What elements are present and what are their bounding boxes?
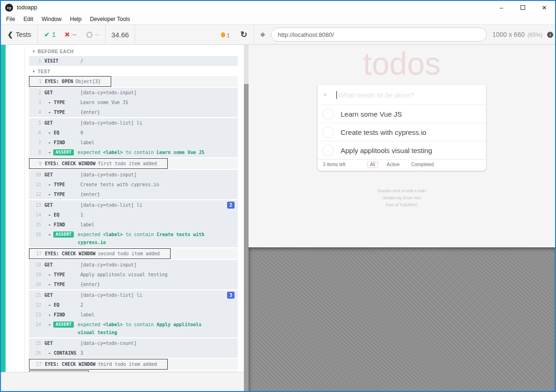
assert-contain: to contain — [123, 322, 157, 327]
title-bar: cy todoapp – ✕ — [1, 1, 555, 14]
command-row[interactable]: 6- EQ0 — [29, 128, 238, 138]
command-row[interactable]: 9EYES: CHECK WINDOWfirst todo item added — [29, 158, 238, 169]
dash: - — [48, 147, 51, 157]
toolbar-divider — [135, 25, 135, 44]
todo-checkbox-icon[interactable] — [322, 126, 334, 138]
assert-label: -ASSERT — [44, 147, 74, 157]
command-content: 3- TYPELearn some Vue JS — [29, 98, 238, 107]
command-number: 23 — [29, 310, 41, 320]
command-number: 20 — [29, 280, 41, 289]
filter-all[interactable]: All — [367, 161, 378, 168]
command-row[interactable]: 15- FINDlabel — [29, 220, 238, 230]
command-row[interactable]: 23- FINDlabel — [29, 310, 238, 320]
command-row[interactable]: 21GET[data-cy=todo-list] li3 — [29, 290, 238, 300]
failed-stat: ✖ -- — [64, 31, 77, 38]
command-row[interactable]: 17EYES: CHECK WINDOWsecond todo item add… — [29, 248, 238, 259]
window-title: todoapp — [17, 4, 37, 11]
command-name: - TYPE — [44, 107, 80, 117]
toggle-all-chevron-icon[interactable]: ˅ — [323, 91, 334, 98]
command-row[interactable]: 1VISIT/ — [29, 56, 238, 66]
minimize-button[interactable]: – — [491, 1, 512, 14]
command-row[interactable]: 19- TYPEApply applitools visual testing — [29, 270, 238, 280]
filter-active[interactable]: Active — [384, 161, 402, 168]
todo-item-label[interactable]: Learn some Vue JS — [341, 110, 402, 118]
info-line: Written by Evan You — [249, 195, 555, 202]
reporter-footer — [1, 372, 249, 391]
command-content: 8-ASSERTexpected <label> to contain Lear… — [29, 147, 238, 157]
command-row[interactable]: 26- CONTAINS3 — [29, 348, 238, 358]
todo-item-label[interactable]: Apply applitools visual testing — [341, 147, 432, 154]
command-number: 15 — [29, 220, 41, 230]
command-row[interactable]: 1EYES: OPENObject{3} — [29, 76, 238, 87]
todo-checkbox-icon[interactable] — [322, 145, 334, 156]
command-row[interactable]: 25GET[data-cy=todo-count] — [29, 338, 238, 348]
command-row[interactable]: 27EYES: CHECK WINDOWthird todo item adde… — [29, 359, 238, 370]
command-group: 17EYES: CHECK WINDOWsecond todo item add… — [29, 248, 238, 259]
command-row[interactable]: 5GET[data-cy=todo-list] li — [29, 118, 238, 128]
menu-item-edit[interactable]: Edit — [19, 16, 37, 22]
menu-item-developer-tools[interactable]: Developer Tools — [86, 16, 134, 22]
todo-item-label[interactable]: Create tests with cypress.io — [341, 128, 426, 136]
url-text: http://localhost:8080/ — [278, 31, 334, 38]
close-button[interactable]: ✕ — [534, 1, 555, 14]
collapse-triangle-icon: ▾ — [33, 49, 35, 54]
command-message: 0 — [80, 128, 83, 138]
command-message: 2 — [80, 300, 83, 310]
element-count-badge: 2 — [227, 202, 235, 209]
check-icon: ✔ — [44, 31, 50, 38]
command-row[interactable]: 20- TYPE{enter} — [29, 280, 238, 289]
command-row[interactable]: 12- TYPE{enter} — [29, 189, 238, 199]
todo-checkbox-icon[interactable] — [322, 108, 334, 120]
section-header[interactable]: ▾BEFORE EACH — [29, 47, 238, 56]
command-row[interactable]: 3- TYPELearn some Vue JS — [29, 98, 238, 107]
command-row[interactable]: 7- FINDlabel — [29, 138, 238, 147]
viewport-scale-indicator[interactable]: ↕ — [217, 31, 234, 39]
command-name: - FIND — [44, 220, 80, 230]
command-message: [data-cy=todo-list] li — [80, 290, 142, 300]
cypress-logo-icon: cy — [5, 4, 13, 12]
command-message: [data-cy=todo-input] — [80, 88, 136, 98]
command-row[interactable]: 11- TYPECreate tests with cypress.io — [29, 180, 238, 189]
selector-playground-button[interactable]: ⌖ — [254, 29, 271, 40]
reporter-scrollbar[interactable] — [244, 45, 249, 391]
command-row[interactable]: 24-ASSERTexpected <label> to contain App… — [29, 320, 238, 337]
command-group: 1EYES: OPENObject{3} — [29, 76, 238, 87]
command-row[interactable]: 4- TYPE{enter} — [29, 107, 238, 117]
command-row[interactable]: 2GET[data-cy=todo-input] — [29, 88, 238, 98]
filter-completed[interactable]: Completed — [408, 161, 436, 168]
command-number: 12 — [29, 189, 41, 199]
maximize-button[interactable] — [512, 1, 534, 14]
command-row[interactable]: 10GET[data-cy=todo-input] — [29, 170, 238, 180]
section-header[interactable]: ▾TEST — [29, 67, 238, 76]
section-label: TEST — [38, 69, 50, 74]
command-number: 3 — [29, 98, 41, 107]
command-row[interactable]: 16-ASSERTexpected <label> to contain Cre… — [29, 230, 238, 247]
command-row[interactable]: 18GET[data-cy=todo-input] — [29, 260, 238, 270]
command-row[interactable]: 8-ASSERTexpected <label> to contain Lear… — [29, 147, 238, 157]
command-name: EYES: CHECK WINDOW — [45, 249, 95, 259]
url-bar[interactable]: http://localhost:8080/ — [271, 28, 487, 42]
menu-item-help[interactable]: Help — [66, 16, 86, 22]
command-content: 20- TYPE{enter} — [29, 280, 238, 289]
command-message: {enter} — [80, 189, 100, 199]
assert-contain: to contain — [123, 232, 157, 237]
command-row[interactable]: 22- EQ2 — [29, 300, 238, 310]
new-todo-input[interactable]: ˅ What needs to be done? — [318, 85, 486, 105]
command-row[interactable]: 13GET[data-cy=todo-list] li2 — [29, 200, 238, 210]
scrollbar-thumb[interactable] — [244, 84, 249, 391]
command-name: EYES: CHECK WINDOW — [45, 159, 95, 168]
refresh-button[interactable]: ↻ — [234, 29, 254, 40]
command-content: 1VISIT/ — [29, 56, 238, 66]
passed-count: 1 — [52, 31, 56, 38]
back-to-tests-button[interactable]: ❮ Tests — [1, 25, 37, 44]
info-icon[interactable]: i — [547, 32, 553, 38]
assert-message: expected <label> to contain Create tests… — [78, 230, 213, 247]
menu-item-file[interactable]: File — [2, 16, 19, 22]
section-label: BEFORE EACH — [38, 49, 74, 54]
menu-item-window[interactable]: Window — [37, 16, 66, 22]
todo-item: Apply applitools visual testing — [318, 141, 486, 159]
command-message: Object{3} — [75, 77, 100, 86]
command-name: - TYPE — [44, 280, 80, 289]
assert-label: -ASSERT — [44, 320, 74, 329]
command-row[interactable]: 14- EQ1 — [29, 210, 238, 220]
